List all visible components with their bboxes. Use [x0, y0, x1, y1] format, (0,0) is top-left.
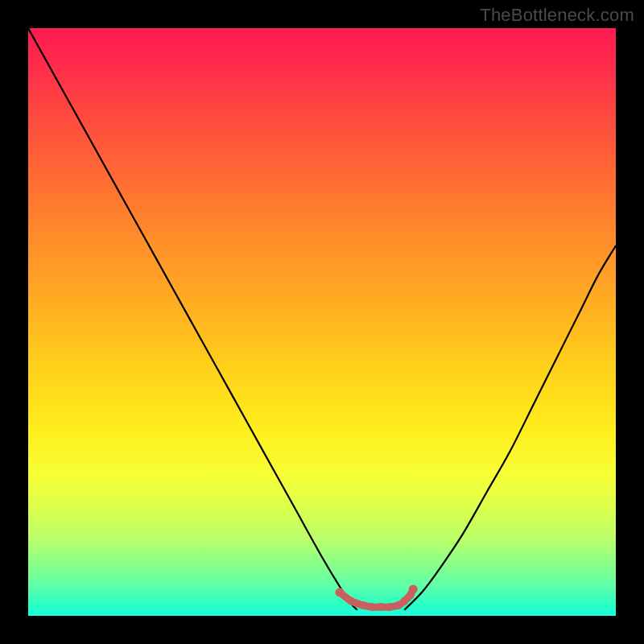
accent-dot: [377, 603, 385, 611]
left-curve-path: [28, 28, 357, 610]
accent-dot: [400, 597, 408, 605]
accent-dot: [335, 588, 344, 597]
accent-dot: [386, 603, 394, 611]
right-curve-path: [404, 246, 616, 610]
chart-frame: TheBottleneck.com: [0, 0, 644, 644]
plot-area: [28, 28, 616, 616]
curve-layer: [28, 28, 616, 616]
watermark-text: TheBottleneck.com: [480, 5, 634, 26]
accent-dot: [359, 601, 367, 609]
accent-dot: [368, 603, 376, 611]
accent-dot: [348, 597, 356, 605]
accent-dot: [409, 585, 418, 594]
